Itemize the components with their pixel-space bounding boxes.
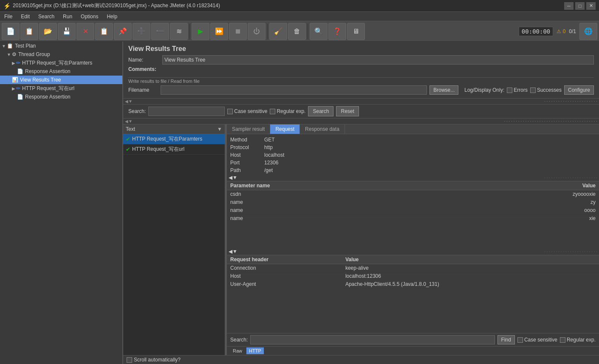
req-header-value-0: keep-alive	[342, 264, 599, 272]
tree-item-response-assertion-2[interactable]: 📄 Response Assertion	[0, 93, 122, 101]
search-button[interactable]: Search	[308, 106, 333, 116]
tab-response-data[interactable]: Response data	[300, 124, 345, 134]
results-icon: 📊	[12, 77, 18, 83]
bottom-search-bar: Search: Find Case sensitive Regular exp.	[227, 333, 599, 346]
list-item-0[interactable]: ✔ HTTP Request_写在Paramters	[123, 134, 225, 144]
protocol-key: Protocol	[230, 144, 264, 150]
errors-checkbox[interactable]	[507, 87, 512, 93]
menu-options[interactable]: Options	[76, 13, 102, 20]
method-key: Method	[230, 137, 264, 143]
http-tab[interactable]: HTTP	[246, 347, 264, 354]
tree-arrow-http1[interactable]: ▶	[12, 61, 15, 65]
tree-item-http-request-params[interactable]: ▶ ✏ HTTP Request_写在Paramters	[0, 59, 122, 67]
list-panel: Text ▼ ✔ HTTP Request_写在Paramters ✔ HTTP…	[123, 124, 225, 355]
tree-label-view-results: View Results Tree	[20, 77, 61, 83]
arrow-divider-1: ◀▼ · · · · · · · · · · · · · · · · · · ·…	[123, 98, 599, 104]
main-layout: ▼ 📋 Test Plan ▼ ⚙ Thread Group ▶ ✏ HTTP …	[0, 42, 599, 364]
delete-button[interactable]: ✕	[76, 23, 94, 40]
clear-button[interactable]: 🧹	[269, 23, 287, 40]
menu-search[interactable]: Search	[34, 13, 59, 20]
successes-checkbox-item: Successes	[530, 87, 562, 93]
tree-item-http-request-url[interactable]: ▶ ✏ HTTP Request_写在url	[0, 84, 122, 93]
file-section-title: Write results to file / Read from file	[128, 77, 594, 84]
shutdown-button[interactable]: ⏻	[248, 23, 266, 40]
open-button[interactable]: 📂	[39, 23, 57, 40]
toolbar-separator-3	[308, 24, 308, 39]
title-bar: ⚡ 20190105get.jmx (D:\接口测试+web测试\2019010…	[0, 0, 599, 12]
list-dropdown-icon[interactable]: ▼	[217, 126, 222, 132]
req-header-name-0: Connection	[227, 264, 342, 272]
scroll-auto-checkbox[interactable]	[127, 357, 132, 363]
menu-file[interactable]: File	[0, 13, 17, 20]
case-sensitive-checkbox[interactable]	[227, 109, 233, 114]
tree-item-thread-group[interactable]: ▼ ⚙ Thread Group	[0, 50, 122, 59]
filename-input[interactable]	[161, 85, 427, 95]
browse-button[interactable]: Browse...	[429, 85, 458, 95]
maximize-button[interactable]: □	[575, 2, 585, 10]
find-button[interactable]: Find	[497, 335, 515, 344]
bottom-regular-exp-item: Regular exp.	[560, 337, 596, 343]
copy-button[interactable]: 📋	[95, 23, 113, 40]
configure-button[interactable]: Configure	[564, 85, 594, 95]
reset-button[interactable]: Reset	[336, 106, 359, 116]
file-section: Write results to file / Read from file F…	[123, 76, 599, 98]
regular-exp-label: Regular exp.	[277, 108, 305, 114]
menu-edit[interactable]: Edit	[17, 13, 34, 20]
help-button[interactable]: ❓	[328, 23, 346, 40]
bottom-case-sensitive-item: Case sensitive	[517, 337, 557, 343]
function-button[interactable]: ≋	[170, 23, 188, 40]
filename-label: Filename	[128, 87, 158, 93]
save-button[interactable]: 💾	[58, 23, 76, 40]
spacer-1	[227, 223, 599, 248]
tree-arrow-plan[interactable]: ▼	[2, 44, 6, 48]
start-button[interactable]: ▶	[192, 23, 209, 40]
raw-tab[interactable]: Raw	[230, 347, 245, 354]
warning-badge: ⚠ 0	[557, 28, 565, 34]
successes-checkbox[interactable]	[530, 87, 536, 93]
bottom-case-sensitive-checkbox[interactable]	[517, 337, 523, 343]
req-header-row-0: Connection keep-alive	[227, 264, 599, 272]
successes-label: Successes	[537, 87, 562, 93]
plan-icon: 📋	[7, 43, 13, 49]
remote-start-button[interactable]: 🌐	[579, 23, 597, 40]
regular-exp-checkbox[interactable]	[270, 109, 275, 114]
templates-button[interactable]: 📋	[20, 23, 38, 40]
list-item-1[interactable]: ✔ HTTP Request_写在url	[123, 144, 225, 155]
clear-all-button[interactable]: 🗑	[288, 23, 306, 40]
close-button[interactable]: ✕	[586, 2, 596, 10]
tree-arrow-thread[interactable]: ▼	[7, 52, 11, 57]
param-name-2: name	[227, 206, 454, 214]
title-text: 20190105get.jmx (D:\接口测试+web测试\20190105g…	[13, 2, 564, 9]
raw-tabs: Raw HTTP	[227, 346, 599, 355]
check-icon-0: ✔	[126, 136, 130, 142]
new-button[interactable]: 📄	[2, 23, 20, 40]
start-no-pause-button[interactable]: ⏩	[210, 23, 228, 40]
tree-item-test-plan[interactable]: ▼ 📋 Test Plan	[0, 42, 122, 50]
bottom-regular-exp-checkbox[interactable]	[560, 337, 565, 343]
tree-item-response-assertion-1[interactable]: 📄 Response Assertion	[0, 67, 122, 76]
tab-sampler-result[interactable]: Sampler result	[227, 124, 270, 134]
search-toolbar-button[interactable]: 🔍	[310, 23, 328, 40]
search-input[interactable]	[148, 107, 225, 116]
add-button[interactable]: ➕	[133, 23, 150, 40]
remove-button[interactable]: ➖	[151, 23, 169, 40]
tree-item-view-results[interactable]: 📊 View Results Tree	[0, 76, 122, 84]
detail-host: Host localhost	[227, 151, 599, 159]
app-icon: ⚡	[3, 3, 10, 9]
name-input[interactable]	[162, 55, 594, 65]
http-request-icon-1: ✏	[16, 60, 20, 66]
req-header-row-2: User-Agent Apache-HttpClient/4.5.5 (Java…	[227, 280, 599, 288]
assertion-icon-2: 📄	[17, 94, 23, 100]
bottom-search-input[interactable]	[250, 335, 494, 344]
menu-bar: File Edit Search Run Options Help	[0, 12, 599, 21]
stop-button[interactable]: ⏹	[229, 23, 247, 40]
menu-help[interactable]: Help	[102, 13, 121, 20]
tab-request[interactable]: Request	[270, 124, 300, 134]
bottom-search-label: Search:	[230, 337, 248, 343]
errors-checkbox-item: Errors	[507, 87, 528, 93]
tree-arrow-http2[interactable]: ▶	[12, 86, 15, 91]
minimize-button[interactable]: ─	[564, 2, 574, 10]
remote-button[interactable]: 🖥	[347, 23, 365, 40]
paste-button[interactable]: 📌	[114, 23, 132, 40]
menu-run[interactable]: Run	[59, 13, 76, 20]
